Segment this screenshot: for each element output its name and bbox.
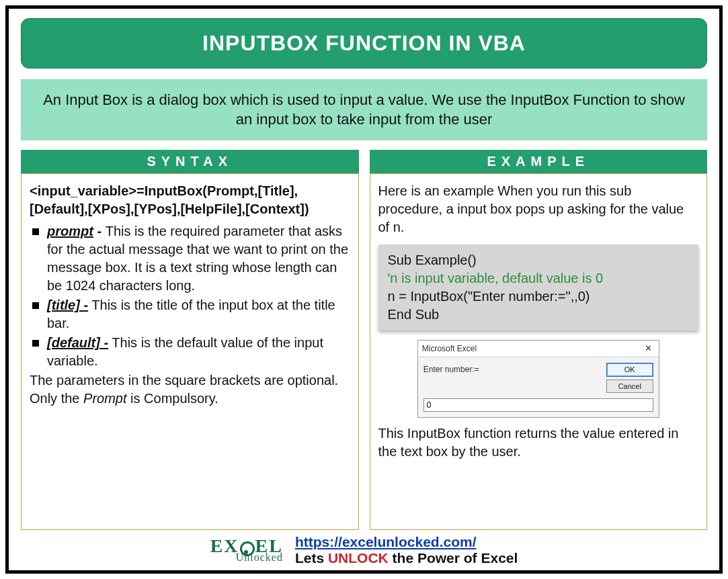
code-comment-line: 'n is input variable, default value is 0: [388, 269, 690, 287]
keyhole-icon: [240, 541, 255, 556]
code-line: Sub Example(): [388, 251, 690, 269]
param-name: prompt: [47, 224, 93, 238]
bullet-icon: [32, 302, 39, 309]
example-column: EXAMPLE Here is an example When you run …: [370, 150, 708, 530]
dialog-prompt: Enter number:=: [423, 363, 601, 394]
code-line: End Sub: [388, 306, 690, 324]
example-body: Here is an example When you run this sub…: [370, 173, 708, 530]
syntax-column: SYNTAX <input_variable>=InputBox(Prompt,…: [21, 150, 359, 530]
example-header: EXAMPLE: [370, 150, 708, 173]
bullet-icon: [32, 340, 39, 347]
dialog-title: Microsoft Excel: [422, 343, 477, 354]
close-icon[interactable]: ✕: [642, 343, 655, 355]
syntax-header: SYNTAX: [21, 150, 359, 173]
inputbox-dialog: Microsoft Excel ✕ Enter number:= OK Canc…: [417, 340, 659, 418]
example-outro: This InputBox function returns the value…: [378, 425, 699, 461]
example-intro: Here is an example When you run this sub…: [378, 182, 699, 236]
ok-button[interactable]: OK: [606, 363, 653, 377]
page-title: INPUTBOX FUNCTION IN VBA: [21, 18, 707, 69]
infographic-card: INPUTBOX FUNCTION IN VBA An Input Box is…: [5, 5, 723, 574]
code-block: Sub Example() 'n is input variable, defa…: [378, 244, 699, 330]
columns: SYNTAX <input_variable>=InputBox(Prompt,…: [21, 150, 707, 530]
param-row: prompt - This is the required parameter …: [30, 222, 350, 295]
dialog-titlebar: Microsoft Excel ✕: [418, 341, 659, 357]
footer-url[interactable]: https://excelunlocked.com/: [295, 534, 518, 550]
syntax-signature: <input_variable>=InputBox(Prompt,[Title]…: [30, 182, 350, 218]
dialog-input[interactable]: [423, 398, 653, 412]
param-name: [title] -: [47, 298, 88, 312]
param-row: [title] - This is the title of the input…: [30, 296, 350, 332]
cancel-button[interactable]: Cancel: [606, 380, 653, 394]
footer-tagline: Lets UNLOCK the Power of Excel: [295, 550, 518, 566]
code-line: n = InputBox("Enter number:=",,0): [388, 287, 690, 306]
param-row: [default] - This is the default value of…: [30, 334, 350, 370]
bullet-icon: [32, 228, 39, 235]
footer-text: https://excelunlocked.com/ Lets UNLOCK t…: [295, 534, 518, 566]
intro-text: An Input Box is a dialog box which is us…: [21, 79, 707, 140]
syntax-body: <input_variable>=InputBox(Prompt,[Title]…: [21, 173, 359, 530]
param-desc: This is the title of the input box at th…: [47, 298, 335, 330]
footer: EXEL Unlocked https://excelunlocked.com/…: [21, 530, 707, 566]
param-name: [default] -: [47, 335, 108, 350]
logo: EXEL Unlocked: [210, 538, 283, 562]
syntax-note: The parameters in the square brackets ar…: [30, 371, 350, 408]
